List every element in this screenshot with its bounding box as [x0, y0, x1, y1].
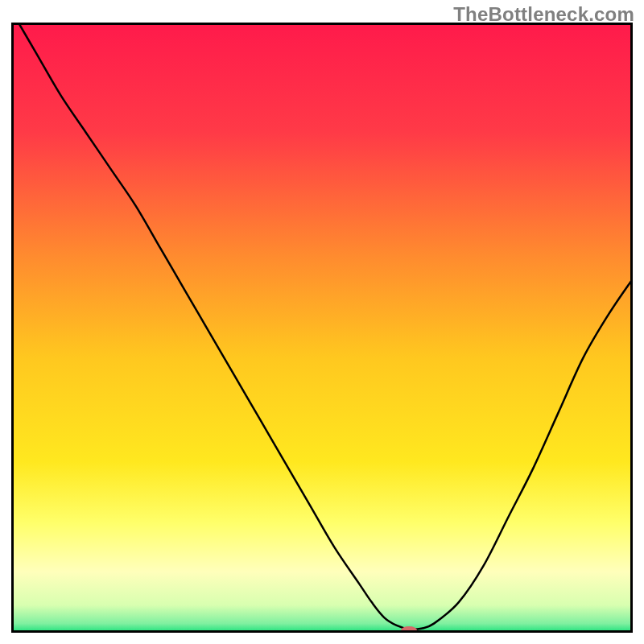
gradient-background — [11, 23, 633, 633]
chart-stage: TheBottleneck.com — [0, 0, 644, 644]
plot-clip-group — [11, 23, 633, 633]
plot-svg — [11, 23, 633, 633]
watermark-text: TheBottleneck.com — [453, 3, 634, 26]
